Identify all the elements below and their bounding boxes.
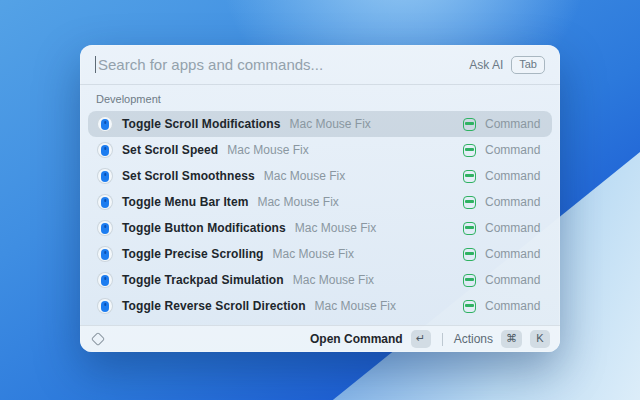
command-type-label: Command (485, 195, 543, 209)
command-type-icon (463, 144, 476, 157)
command-type-icon (463, 300, 476, 313)
search-input[interactable] (98, 56, 469, 73)
mouse-icon (101, 145, 109, 156)
list-item[interactable]: Toggle Trackpad Simulation Mac Mouse Fix… (88, 267, 552, 293)
section-header-development: Development (88, 91, 552, 111)
command-type-label: Command (485, 117, 543, 131)
command-title: Set Scroll Speed (122, 143, 218, 157)
command-title: Set Scroll Smoothness (122, 169, 255, 183)
results-list: Development Toggle Scroll Modifications … (80, 85, 560, 325)
command-type-label: Command (485, 169, 543, 183)
mouse-icon (101, 197, 109, 208)
mouse-icon (101, 249, 109, 260)
return-keycap: ↵ (411, 330, 431, 348)
command-app-name: Mac Mouse Fix (227, 143, 308, 157)
command-type-icon (463, 170, 476, 183)
command-type-label: Command (485, 221, 543, 235)
list-item[interactable]: Toggle Reverse Scroll Direction Mac Mous… (88, 293, 552, 319)
list-item[interactable]: Toggle Menu Bar Item Mac Mouse Fix Comma… (88, 189, 552, 215)
k-keycap: K (530, 330, 550, 348)
footer-divider (442, 333, 443, 346)
actions-button[interactable]: Actions (454, 332, 493, 346)
open-command-button[interactable]: Open Command (310, 332, 403, 346)
rows-container: Toggle Scroll Modifications Mac Mouse Fi… (88, 111, 552, 319)
command-type-label: Command (485, 247, 543, 261)
mac-mouse-fix-app-icon (97, 194, 113, 210)
mouse-icon (101, 275, 109, 286)
command-type-icon (463, 274, 476, 287)
cmd-keycap: ⌘ (501, 330, 522, 348)
search-bar: Ask AI Tab (80, 45, 560, 85)
mac-mouse-fix-app-icon (97, 220, 113, 236)
command-type-icon (463, 248, 476, 261)
command-title: Toggle Reverse Scroll Direction (122, 299, 306, 313)
launcher-window: Ask AI Tab Development Toggle Scroll Mod… (80, 45, 560, 352)
mac-mouse-fix-app-icon (97, 116, 113, 132)
command-title: Toggle Button Modifications (122, 221, 286, 235)
list-item[interactable]: Toggle Scroll Modifications Mac Mouse Fi… (88, 111, 552, 137)
list-item[interactable]: Set Scroll Smoothness Mac Mouse Fix Comm… (88, 163, 552, 189)
mac-mouse-fix-app-icon (97, 298, 113, 314)
command-type-icon (463, 222, 476, 235)
command-title: Toggle Precise Scrolling (122, 247, 264, 261)
command-type-icon (463, 196, 476, 209)
mouse-icon (101, 119, 109, 130)
command-type-label: Command (485, 273, 543, 287)
tab-keycap: Tab (511, 56, 545, 74)
command-app-name: Mac Mouse Fix (257, 195, 338, 209)
text-caret (95, 56, 96, 73)
mac-mouse-fix-app-icon (97, 246, 113, 262)
mouse-icon (101, 223, 109, 234)
command-type-icon (463, 118, 476, 131)
mac-mouse-fix-app-icon (97, 272, 113, 288)
status-footer: Open Command ↵ Actions ⌘ K (80, 325, 560, 352)
list-item[interactable]: Toggle Precise Scrolling Mac Mouse Fix C… (88, 241, 552, 267)
command-type-label: Command (485, 143, 543, 157)
command-app-name: Mac Mouse Fix (289, 117, 370, 131)
mouse-icon (101, 301, 109, 312)
raycast-logo-icon (91, 332, 105, 346)
list-item[interactable]: Set Scroll Speed Mac Mouse Fix Command (88, 137, 552, 163)
mac-mouse-fix-app-icon (97, 142, 113, 158)
mouse-icon (101, 171, 109, 182)
mac-mouse-fix-app-icon (97, 168, 113, 184)
command-app-name: Mac Mouse Fix (273, 247, 354, 261)
ask-ai-label[interactable]: Ask AI (469, 58, 503, 72)
command-title: Toggle Scroll Modifications (122, 117, 280, 131)
command-app-name: Mac Mouse Fix (295, 221, 376, 235)
command-app-name: Mac Mouse Fix (264, 169, 345, 183)
command-app-name: Mac Mouse Fix (293, 273, 374, 287)
command-title: Toggle Menu Bar Item (122, 195, 248, 209)
command-title: Toggle Trackpad Simulation (122, 273, 284, 287)
list-item[interactable]: Toggle Button Modifications Mac Mouse Fi… (88, 215, 552, 241)
command-app-name: Mac Mouse Fix (315, 299, 396, 313)
section-header-favorites: Favorites (88, 319, 552, 325)
command-type-label: Command (485, 299, 543, 313)
